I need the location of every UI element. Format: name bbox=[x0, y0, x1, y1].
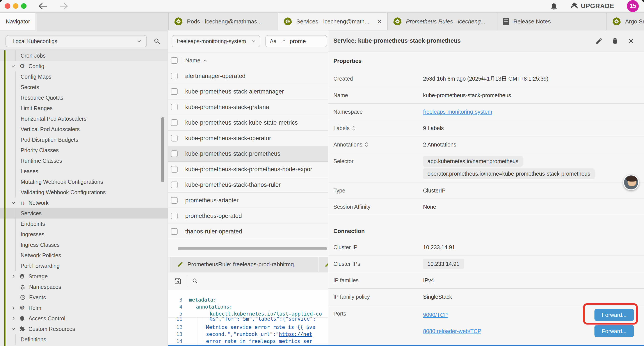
sidebar-item-vertical-pod-autoscalers[interactable]: Vertical Pod Autoscalers bbox=[0, 124, 168, 134]
sidebar-item-events[interactable]: Events bbox=[0, 292, 168, 303]
row-checkbox[interactable] bbox=[171, 104, 178, 110]
table-row[interactable]: prometheus-operated bbox=[168, 208, 328, 224]
tab-prometheus-rules[interactable]: ☸ Prometheus Rules - icecheng... bbox=[388, 13, 497, 30]
sidebar-group-config[interactable]: ⚙ Config bbox=[0, 61, 168, 71]
sidebar-item-priority-classes[interactable]: Priority Classes bbox=[0, 145, 168, 155]
navigator-panel-tab[interactable]: Navigator bbox=[0, 13, 36, 30]
table-row[interactable]: prometheus-adapter bbox=[168, 193, 328, 208]
search-icon[interactable] bbox=[154, 38, 161, 45]
horizontal-scrollbar[interactable] bbox=[178, 247, 327, 250]
edit-pencil-icon[interactable] bbox=[595, 37, 603, 45]
close-tab-icon[interactable]: × bbox=[377, 18, 382, 25]
expand-collapse-icon[interactable] bbox=[352, 125, 355, 131]
table-row[interactable]: kube-prometheus-stack-prometheus-node-ex… bbox=[168, 162, 328, 177]
close-window-button[interactable] bbox=[5, 3, 10, 9]
maximize-window-button[interactable] bbox=[21, 3, 26, 9]
sidebar-item-limit-ranges[interactable]: Limit Ranges bbox=[0, 103, 168, 113]
editor-tab-strip: PrometheusRule: freeleaps-prod-rabbitmq bbox=[168, 257, 328, 272]
forward-button[interactable]: Forward... bbox=[594, 309, 634, 321]
sidebar-group-access-control[interactable]: Access Control bbox=[0, 313, 168, 324]
sidebar-item-validating-webhook-configurations[interactable]: Validating Webhook Configurations bbox=[0, 187, 168, 198]
row-checkbox[interactable] bbox=[171, 119, 178, 126]
sidebar-item-horizontal-pod-autoscalers[interactable]: Horizontal Pod Autoscalers bbox=[0, 113, 168, 124]
table-row[interactable]: thanos-ruler-operated bbox=[168, 224, 328, 239]
service-table: alertmanager-operated kube-prometheus-st… bbox=[168, 68, 328, 239]
namespace-filter-dropdown[interactable]: freeleaps-monitoring-system bbox=[172, 35, 260, 47]
regex-toggle[interactable]: .* bbox=[281, 37, 286, 45]
forward-button[interactable]: Forward... bbox=[594, 325, 634, 337]
forward-arrow-icon[interactable] bbox=[59, 2, 68, 10]
expand-collapse-icon[interactable] bbox=[364, 142, 368, 147]
sidebar-group-custom-resources[interactable]: Custom Resources bbox=[0, 324, 168, 334]
row-checkbox[interactable] bbox=[171, 88, 178, 95]
detail-row-type: Type ClusterIP bbox=[328, 182, 644, 199]
editor-tab-partial[interactable] bbox=[319, 257, 328, 272]
clipped-code-line: 110s","for":"5m","labels":{"service": bbox=[168, 317, 328, 324]
tab-release-notes[interactable]: Release Notes bbox=[497, 13, 607, 30]
sidebar-item-resource-quotas[interactable]: Resource Quotas bbox=[0, 92, 168, 103]
bell-icon[interactable] bbox=[550, 2, 558, 10]
table-row[interactable]: kube-prometheus-stack-kube-state-metrics bbox=[168, 115, 328, 130]
sidebar-group-helm[interactable]: ☸ Helm bbox=[0, 303, 168, 313]
sidebar-item-network-policies[interactable]: Network Policies bbox=[0, 250, 168, 261]
close-icon[interactable] bbox=[627, 37, 634, 44]
runbook-url-link[interactable]: https://net bbox=[279, 331, 312, 337]
sidebar-item-mutating-webhook-configurations[interactable]: Mutating Webhook Configurations bbox=[0, 177, 168, 187]
editor-search-icon[interactable] bbox=[192, 278, 198, 284]
select-all-checkbox[interactable] bbox=[171, 57, 178, 64]
sidebar-item-runtime-classes[interactable]: Runtime Classes bbox=[0, 155, 168, 166]
row-checkbox[interactable] bbox=[171, 73, 178, 79]
sidebar-item-pod-disruption-budgets[interactable]: Pod Disruption Budgets bbox=[0, 134, 168, 145]
name-search-input[interactable]: Aa .* prome bbox=[266, 35, 327, 47]
sidebar-item-ingress-classes[interactable]: Ingress Classes bbox=[0, 240, 168, 250]
match-case-toggle[interactable]: Aa bbox=[270, 38, 277, 44]
trash-icon[interactable] bbox=[612, 37, 618, 45]
sidebar-item-leases[interactable]: Leases bbox=[0, 166, 168, 177]
sidebar-item-definitions[interactable]: Definitions bbox=[0, 334, 168, 345]
sidebar-item-config-maps[interactable]: Config Maps bbox=[0, 71, 168, 82]
upgrade-button[interactable]: UPGRADE bbox=[570, 2, 614, 10]
row-checkbox[interactable] bbox=[171, 213, 178, 219]
port-link-9090[interactable]: 9090/TCP bbox=[423, 312, 448, 318]
sidebar-scrollbar[interactable] bbox=[161, 117, 164, 182]
yaml-editor[interactable]: 3metadata: 4annotations: 5kubectl.kubern… bbox=[168, 290, 328, 346]
sidebar-group-storage[interactable]: Storage bbox=[0, 271, 168, 282]
minimize-window-button[interactable] bbox=[13, 3, 18, 9]
editor-tab-prometheusrule[interactable]: PrometheusRule: freeleaps-prod-rabbitmq bbox=[170, 257, 318, 272]
account-badge[interactable]: 15 bbox=[627, 0, 639, 12]
sidebar-group-network[interactable]: ↑↓ Network bbox=[0, 198, 168, 208]
sidebar-item-ingresses[interactable]: Ingresses bbox=[0, 229, 168, 240]
sidebar-item-secrets[interactable]: Secrets bbox=[0, 82, 168, 92]
titlebar: UPGRADE 15 bbox=[0, 0, 644, 13]
namespace-link[interactable]: freeleaps-monitoring-system bbox=[423, 109, 492, 115]
table-row[interactable]: kube-prometheus-stack-operator bbox=[168, 130, 328, 146]
row-checkbox[interactable] bbox=[171, 182, 178, 188]
port-link-8080[interactable]: 8080:reloader-web/TCP bbox=[423, 328, 481, 335]
row-checkbox[interactable] bbox=[171, 150, 178, 157]
shield-icon bbox=[19, 316, 26, 321]
kubeconfig-selector[interactable]: Local Kubeconfigs bbox=[6, 35, 147, 47]
row-checkbox[interactable] bbox=[171, 166, 178, 173]
tab-services[interactable]: ☸ Services - icecheng@math... × bbox=[278, 13, 388, 30]
chevron-right-icon bbox=[11, 306, 16, 310]
row-checkbox[interactable] bbox=[171, 197, 178, 204]
table-row[interactable]: kube-prometheus-stack-thanos-ruler bbox=[168, 177, 328, 193]
sidebar-item-cron-jobs[interactable]: Cron Jobs bbox=[0, 50, 168, 61]
table-row[interactable]: kube-prometheus-stack-alertmanager bbox=[168, 84, 328, 99]
back-arrow-icon[interactable] bbox=[38, 2, 48, 10]
service-details-panel: Service: kube-prometheus-stack-prometheu… bbox=[328, 30, 644, 346]
table-row[interactable]: kube-prometheus-stack-grafana bbox=[168, 99, 328, 115]
row-checkbox[interactable] bbox=[171, 135, 178, 141]
column-header-name[interactable]: Name bbox=[185, 57, 207, 64]
sidebar-item-namespaces[interactable]: Namespaces bbox=[0, 282, 168, 292]
sidebar-item-services[interactable]: Services bbox=[0, 208, 168, 219]
sidebar-item-port-forwarding[interactable]: Port Forwarding bbox=[0, 261, 168, 271]
tab-pods[interactable]: ☸ Pods - icecheng@mathmas... bbox=[168, 13, 278, 30]
table-row-selected[interactable]: kube-prometheus-stack-prometheus bbox=[168, 146, 328, 162]
sidebar-item-endpoints[interactable]: Endpoints bbox=[0, 219, 168, 229]
row-checkbox[interactable] bbox=[171, 228, 178, 235]
tab-argo[interactable]: ☸ Argo Se bbox=[607, 13, 644, 30]
save-icon[interactable] bbox=[174, 277, 182, 285]
avatar[interactable] bbox=[623, 175, 639, 190]
table-row[interactable]: alertmanager-operated bbox=[168, 68, 328, 84]
